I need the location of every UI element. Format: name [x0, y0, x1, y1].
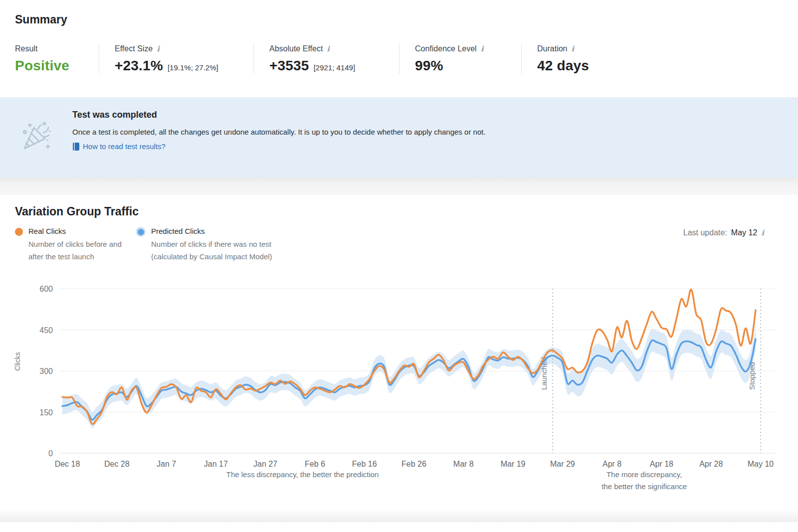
book-icon — [72, 143, 79, 151]
test-completed-banner: Test was completed Once a test is comple… — [0, 97, 798, 177]
party-popper-icon — [20, 120, 53, 154]
y-tick-label: 600 — [39, 285, 53, 293]
x-tick-label: Feb 16 — [352, 460, 377, 468]
chart-annotation-1: The less discrepancy, the better the pre… — [226, 470, 379, 479]
legend-predicted-clicks-desc: Number of clicks if there was no test (c… — [151, 238, 296, 263]
y-tick-label: 300 — [39, 367, 53, 375]
y-tick-label: 0 — [48, 449, 53, 458]
legend-real-clicks-desc: Number of clicks before and after the te… — [28, 238, 123, 263]
x-tick-label: Apr 8 — [602, 460, 621, 468]
x-tick-label: Apr 28 — [699, 460, 723, 468]
summary-card: Summary Result Positive Effect Size i +2… — [0, 0, 798, 177]
real-clicks-line — [62, 290, 756, 424]
info-icon[interactable]: i — [327, 44, 330, 53]
summary-stats-row: Result Positive Effect Size i +23.1% [19… — [15, 43, 783, 74]
x-tick-label: Apr 18 — [650, 460, 673, 468]
chart-annotation-2: The more discrepancy, — [606, 470, 682, 479]
legend-predicted-clicks[interactable]: Predicted Clicks Number of clicks if the… — [136, 227, 296, 263]
x-tick-label: Jan 27 — [253, 460, 277, 468]
traffic-title: Variation Group Traffic — [3, 205, 795, 218]
x-tick-label: Jan 17 — [204, 460, 228, 468]
x-tick-label: Feb 6 — [305, 460, 325, 468]
legend-predicted-clicks-label: Predicted Clicks — [151, 227, 296, 235]
predicted-clicks-dot-icon — [136, 227, 146, 237]
stat-effect-size-label: Effect Size — [115, 44, 153, 53]
info-icon[interactable]: i — [761, 228, 764, 237]
x-tick-label: Mar 8 — [453, 460, 474, 468]
how-to-read-link[interactable]: How to read test results? — [72, 142, 486, 151]
info-icon[interactable]: i — [157, 44, 160, 53]
x-tick-label: Jan 7 — [157, 460, 176, 468]
how-to-read-link-label: How to read test results? — [83, 142, 166, 151]
x-tick-label: Mar 29 — [550, 460, 575, 468]
stat-absolute-effect-label: Absolute Effect — [269, 44, 323, 53]
stat-confidence-level-value: 99% — [415, 58, 443, 74]
chart-legend: Real Clicks Number of clicks before and … — [15, 227, 783, 263]
stat-effect-size-value: +23.1% — [115, 58, 163, 74]
y-tick-label: 150 — [39, 408, 53, 417]
stat-confidence-level: Confidence Level i 99% — [399, 43, 521, 74]
info-icon[interactable]: i — [571, 44, 574, 53]
stat-result: Result Positive — [15, 43, 99, 74]
banner-title: Test was completed — [72, 110, 486, 120]
x-tick-label: May 10 — [748, 460, 774, 468]
real-clicks-dot-icon — [15, 228, 23, 236]
banner-body: Once a test is completed, all the change… — [72, 126, 486, 138]
last-update-label: Last update: — [683, 228, 727, 237]
stat-result-value: Positive — [15, 58, 69, 74]
legend-real-clicks-label: Real Clicks — [28, 227, 123, 235]
x-tick-label: Dec 28 — [104, 460, 130, 468]
stat-absolute-effect: Absolute Effect i +3535 [2921; 4149] — [253, 43, 399, 74]
y-tick-label: 450 — [39, 326, 53, 335]
card-divider-gap — [0, 177, 798, 195]
stat-absolute-effect-value: +3535 — [269, 58, 309, 74]
stat-absolute-effect-range: [2921; 4149] — [314, 63, 355, 72]
last-update: Last update: May 12 i — [683, 228, 764, 237]
stat-duration-value: 42 days — [537, 58, 589, 74]
stat-confidence-level-label: Confidence Level — [415, 44, 477, 53]
y-axis-title: Clicks — [13, 352, 21, 370]
stat-effect-size-range: [19.1%; 27.2%] — [168, 63, 218, 72]
variation-traffic-card: Variation Group Traffic Real Clicks Numb… — [3, 195, 795, 509]
chart-annotation-2: the better the significance — [601, 482, 687, 491]
page-bottom-fade — [0, 509, 798, 522]
stat-duration: Duration i 42 days — [521, 43, 671, 74]
last-update-value: May 12 — [731, 228, 757, 237]
x-tick-label: Mar 19 — [501, 460, 526, 468]
legend-real-clicks[interactable]: Real Clicks Number of clicks before and … — [15, 227, 136, 263]
x-tick-label: Feb 26 — [401, 460, 426, 468]
info-icon[interactable]: i — [481, 44, 484, 53]
stat-effect-size: Effect Size i +23.1% [19.1%; 27.2%] — [99, 43, 253, 74]
traffic-chart: 0150300450600ClicksDec 18Dec 28Jan 7Jan … — [3, 269, 795, 504]
x-tick-label: Dec 18 — [55, 460, 80, 468]
stat-result-label: Result — [15, 44, 37, 53]
summary-title: Summary — [0, 0, 798, 26]
stat-duration-label: Duration — [537, 44, 567, 53]
prediction-confidence-band — [62, 328, 756, 428]
